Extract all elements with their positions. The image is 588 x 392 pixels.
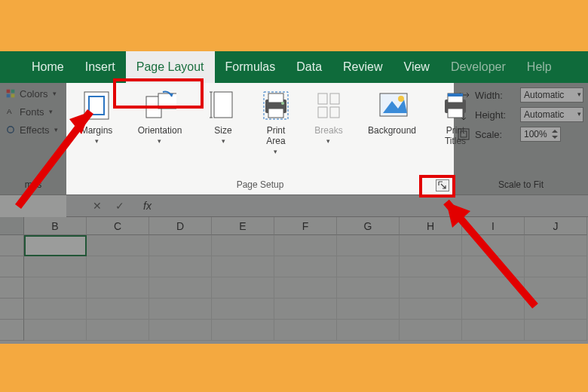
size-button[interactable]: Size▾: [202, 89, 244, 164]
print-area-button[interactable]: Print Area▾: [255, 89, 297, 164]
tab-formulas[interactable]: Formulas: [215, 51, 286, 83]
dropdown-icon: ▾: [49, 108, 53, 115]
svg-rect-1: [11, 89, 15, 93]
enter-icon[interactable]: ✓: [113, 200, 127, 212]
print-titles-button[interactable]: Print Titles: [434, 89, 476, 164]
svg-point-5: [8, 127, 14, 133]
page-setup-group: Margins▾ Orientation▾ Size▾: [66, 83, 454, 194]
dialog-launcher-icon: [438, 181, 447, 190]
dropdown-icon: ▾: [54, 126, 58, 133]
scale-label: Scale:: [475, 129, 516, 140]
dropdown-icon: ▾: [81, 136, 113, 146]
svg-rect-2: [6, 94, 10, 98]
breaks-button[interactable]: Breaks▾: [308, 89, 350, 164]
svg-rect-20: [330, 93, 339, 104]
breaks-icon: [312, 89, 345, 122]
fonts-icon: A: [6, 107, 14, 115]
column-header[interactable]: D: [149, 217, 212, 235]
themes-fonts-button[interactable]: A Fonts▾: [5, 106, 53, 118]
themes-colors-button[interactable]: Colors▾: [5, 87, 57, 100]
height-label: Height:: [475, 109, 516, 121]
worksheet-grid[interactable]: [0, 235, 588, 344]
tab-review[interactable]: Review: [332, 51, 393, 83]
print-area-icon: [259, 89, 292, 122]
tab-help[interactable]: Help: [516, 51, 562, 83]
svg-point-25: [398, 96, 404, 102]
select-all-button[interactable]: [0, 217, 24, 235]
active-cell[interactable]: [24, 235, 87, 256]
svg-rect-21: [318, 107, 327, 118]
column-header[interactable]: J: [525, 217, 587, 235]
scale-group-label: Scale to Fit: [454, 179, 588, 190]
orientation-icon: [143, 89, 176, 122]
effects-icon: [6, 125, 14, 133]
tab-page-layout[interactable]: Page Layout: [126, 51, 215, 83]
themes-group-label: mes: [0, 179, 66, 190]
orientation-button[interactable]: Orientation▾: [128, 89, 191, 164]
width-combo[interactable]: Automatic▾: [520, 87, 583, 103]
height-combo[interactable]: Automatic▾: [520, 107, 583, 122]
print-titles-icon: [439, 89, 472, 122]
fx-icon[interactable]: fx: [143, 200, 152, 212]
dropdown-icon: ▾: [53, 90, 57, 97]
svg-rect-0: [6, 89, 10, 93]
background-icon: [375, 89, 409, 122]
dropdown-icon: ▾: [577, 90, 581, 98]
svg-point-17: [281, 102, 284, 105]
formula-bar: ✕ ✓ fx: [0, 194, 588, 217]
column-header[interactable]: I: [462, 217, 525, 235]
svg-text:A: A: [7, 108, 12, 116]
margins-icon: [80, 89, 113, 122]
svg-rect-29: [448, 93, 463, 96]
cancel-icon[interactable]: ✕: [90, 200, 104, 212]
themes-group: Colors▾ A Fonts▾ Effects▾ mes: [0, 83, 66, 194]
column-header-row: B C D E F G H I J: [0, 217, 588, 235]
svg-rect-19: [318, 93, 327, 104]
tab-developer[interactable]: Developer: [440, 51, 516, 83]
background-button[interactable]: Background: [360, 89, 424, 164]
dropdown-icon: ▾: [214, 136, 231, 146]
ribbon-tab-bar: Home Insert Page Layout Formulas Data Re…: [0, 51, 588, 83]
dropdown-icon: ▾: [314, 136, 342, 146]
svg-rect-9: [158, 93, 176, 109]
page-setup-dialog-launcher[interactable]: [436, 179, 449, 191]
svg-rect-10: [214, 92, 232, 118]
svg-rect-15: [268, 93, 283, 103]
width-label: Width:: [475, 90, 516, 101]
svg-rect-22: [330, 107, 339, 118]
scale-spinner[interactable]: 100%: [520, 127, 561, 142]
column-header[interactable]: B: [24, 217, 87, 235]
column-header[interactable]: C: [87, 217, 149, 235]
tab-insert[interactable]: Insert: [75, 51, 126, 83]
column-header[interactable]: E: [212, 217, 274, 235]
column-header[interactable]: F: [274, 217, 337, 235]
size-icon: [207, 89, 240, 122]
name-box[interactable]: [0, 195, 66, 218]
tab-home[interactable]: Home: [21, 51, 75, 83]
page-setup-group-label: Page Setup: [66, 179, 454, 190]
dropdown-icon: ▾: [138, 136, 182, 146]
svg-rect-16: [268, 109, 283, 118]
themes-effects-button[interactable]: Effects▾: [5, 124, 58, 136]
colors-icon: [6, 89, 14, 97]
tab-data[interactable]: Data: [286, 51, 332, 83]
dropdown-icon: ▾: [577, 110, 581, 118]
column-header[interactable]: H: [400, 217, 462, 235]
spinner-buttons[interactable]: [551, 128, 559, 140]
svg-rect-3: [11, 94, 15, 98]
margins-button[interactable]: Margins▾: [75, 89, 118, 164]
svg-rect-28: [448, 109, 463, 118]
tab-view[interactable]: View: [394, 51, 440, 83]
column-header[interactable]: G: [337, 217, 400, 235]
dropdown-icon: ▾: [266, 146, 285, 157]
